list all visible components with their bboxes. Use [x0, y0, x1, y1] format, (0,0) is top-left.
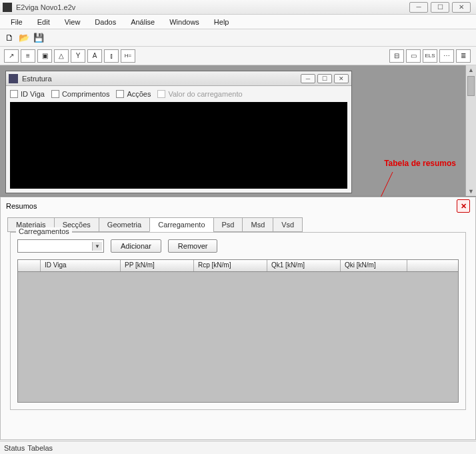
tool-r1-icon[interactable]: ⊟: [389, 49, 404, 63]
tool-5-icon[interactable]: Y: [71, 49, 85, 63]
tool-1-icon[interactable]: ↗: [4, 49, 19, 63]
col-rcp[interactable]: Rcp [kN/m]: [194, 260, 267, 271]
child-toolbar: ID Viga Comprimentos Acções Valor do car…: [6, 86, 351, 102]
remover-button[interactable]: Remover: [168, 239, 218, 253]
app-icon: [3, 3, 12, 12]
child-app-icon: [9, 74, 18, 83]
checkbox-comprimentos[interactable]: Comprimentos: [51, 90, 110, 98]
window-title: E2viga Novo1.e2v: [16, 3, 409, 11]
menubar: File Edit View Dados Análise Windows Hel…: [0, 15, 476, 29]
checkbox-idviga[interactable]: ID Viga: [10, 90, 45, 98]
checkbox-accoes[interactable]: Acções: [116, 90, 151, 98]
statusbar: Status Tabelas: [0, 441, 476, 454]
child-window-estrutura: Estrutura ─ ☐ ✕ ID Viga Comprimentos Acç…: [5, 71, 352, 193]
tool-r5-icon[interactable]: ≣: [456, 49, 471, 63]
col-qki[interactable]: Qki [kN/m]: [341, 260, 407, 271]
tool-2-icon[interactable]: ≡: [21, 49, 35, 63]
close-button[interactable]: ✕: [452, 2, 471, 13]
mdi-client-area: Estrutura ─ ☐ ✕ ID Viga Comprimentos Acç…: [0, 65, 476, 197]
child-maximize-button[interactable]: ☐: [317, 74, 332, 83]
checkbox-valor-label: Valor do carregamento: [168, 90, 242, 98]
scrollbar-thumb[interactable]: [467, 76, 475, 96]
resumos-title: Resumos: [6, 202, 37, 210]
col-idviga[interactable]: ID Viga: [41, 260, 121, 271]
status-right: Tabelas: [27, 444, 53, 452]
menu-windows[interactable]: Windows: [163, 17, 206, 27]
checkbox-idviga-label: ID Viga: [21, 90, 45, 98]
open-file-icon[interactable]: 📂: [19, 33, 29, 43]
col-pp[interactable]: PP [kN/m]: [121, 260, 194, 271]
tab-vsd[interactable]: Vsd: [273, 217, 303, 232]
fieldset-carregamentos: Carregamentos Adicionar Remover ID Viga …: [10, 232, 466, 410]
child-minimize-button[interactable]: ─: [301, 74, 315, 83]
toolbar-drawing: ↗ ≡ ▣ △ Y A ⫿ H= ⊟ ▭ ELS ⋯ ≣: [0, 47, 476, 65]
child-title: Estrutura: [22, 75, 301, 83]
toolbar-file: 🗋 📂 💾: [0, 29, 476, 47]
main-titlebar: E2viga Novo1.e2v ─ ☐ ✕: [0, 0, 476, 15]
menu-dados[interactable]: Dados: [88, 17, 123, 27]
child-close-button[interactable]: ✕: [334, 74, 349, 83]
menu-analise[interactable]: Análise: [124, 17, 161, 27]
tab-geometria[interactable]: Geometria: [99, 217, 149, 232]
grid-rowheader: [18, 260, 41, 271]
new-file-icon[interactable]: 🗋: [4, 33, 15, 43]
tool-r4-icon[interactable]: ⋯: [439, 49, 454, 63]
drawing-canvas[interactable]: [10, 102, 347, 189]
annotation-text: Tabela de resumos: [384, 159, 456, 168]
menu-view[interactable]: View: [58, 17, 87, 27]
tool-7-icon[interactable]: ⫿: [104, 49, 119, 63]
tool-8-icon[interactable]: H=: [121, 49, 135, 63]
grid-header: ID Viga PP [kN/m] Rcp [kN/m] Qk1 [kN/m] …: [18, 260, 458, 272]
fieldset-label: Carregamentos: [16, 227, 72, 235]
maximize-button[interactable]: ☐: [431, 2, 449, 13]
tool-r3-icon[interactable]: ELS: [423, 49, 437, 63]
resumos-panel: Resumos ✕ Materiais Secções Geometria Ca…: [0, 197, 476, 440]
tab-psd[interactable]: Psd: [213, 217, 243, 232]
resumos-close-button[interactable]: ✕: [457, 199, 470, 213]
checkbox-accoes-label: Acções: [127, 90, 151, 98]
child-titlebar[interactable]: Estrutura ─ ☐ ✕: [6, 71, 351, 86]
checkbox-comprimentos-label: Comprimentos: [62, 90, 110, 98]
tool-4-icon[interactable]: △: [54, 49, 69, 63]
col-qk1[interactable]: Qk1 [kN/m]: [267, 260, 341, 271]
tab-carregamento[interactable]: Carregamento: [149, 217, 213, 232]
menu-edit[interactable]: Edit: [31, 17, 57, 27]
status-left: Status: [4, 444, 25, 452]
menu-file[interactable]: File: [4, 17, 29, 27]
tool-3-icon[interactable]: ▣: [37, 49, 52, 63]
checkbox-valor: Valor do carregamento: [157, 90, 242, 98]
data-grid[interactable]: ID Viga PP [kN/m] Rcp [kN/m] Qk1 [kN/m] …: [17, 259, 459, 403]
carregamento-dropdown[interactable]: [17, 239, 104, 253]
adicionar-button[interactable]: Adicionar: [111, 239, 161, 253]
tab-msd[interactable]: Msd: [242, 217, 273, 232]
tool-6-icon[interactable]: A: [87, 49, 102, 63]
mdi-vertical-scrollbar[interactable]: [465, 65, 476, 196]
menu-help[interactable]: Help: [207, 17, 236, 27]
minimize-button[interactable]: ─: [409, 2, 428, 13]
tool-r2-icon[interactable]: ▭: [406, 49, 421, 63]
save-file-icon[interactable]: 💾: [33, 33, 44, 43]
